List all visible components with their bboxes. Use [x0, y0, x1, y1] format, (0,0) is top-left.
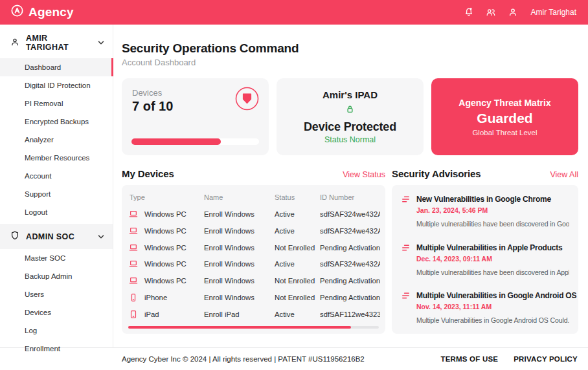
sidebar-item-label: Log: [25, 327, 37, 334]
sidebar-item-backup-admin[interactable]: Backup Admin: [0, 267, 113, 285]
device-type: Windows PC: [144, 277, 187, 285]
laptop-icon: [128, 276, 139, 286]
device-name-cell: Enroll Windows: [204, 260, 275, 268]
sidebar-item-label: Account: [25, 172, 52, 180]
page-title: Security Operations Command: [122, 41, 578, 56]
sidebar-item-member-resources[interactable]: Member Resources: [0, 149, 113, 167]
shield-badge-icon: [235, 87, 259, 113]
sidebar-section-amir-tarighat[interactable]: AMIR TARIGHAT: [0, 27, 113, 58]
device-status-cell: Not Enrolled: [275, 244, 320, 252]
sidebar-item-label: PI Removal: [25, 100, 63, 107]
table-header-row: Type Name Status ID Number: [127, 189, 380, 206]
table-row[interactable]: Windows PC Enroll Windows Not Enrolled P…: [127, 239, 380, 256]
advisories-title: Security Advisories: [392, 168, 481, 179]
users-icon[interactable]: [484, 6, 497, 18]
sidebar-item-label: Dashboard: [25, 63, 61, 71]
terms-of-use-link[interactable]: TERMS OF USE: [440, 355, 498, 363]
notifications-bell-icon[interactable]: [463, 6, 475, 18]
sidebar-item-account[interactable]: Account: [0, 167, 113, 185]
table-row[interactable]: Windows PC Enroll Windows Active sdfSAF3…: [127, 206, 380, 223]
sidebar-item-label: Master SOC: [25, 254, 65, 262]
advisory-date: Dec. 14, 2023, 09:11 AM: [416, 255, 569, 263]
top-bar: Agency Amir Tarighat: [0, 0, 588, 25]
device-status-cell: Not Enrolled: [275, 294, 320, 301]
profile-icon[interactable]: [507, 6, 519, 18]
table-row[interactable]: Windows PC Enroll Windows Active sdfSAF3…: [127, 256, 380, 273]
horizontal-scrollbar[interactable]: [128, 326, 379, 329]
chevron-down-icon: [97, 39, 105, 47]
sidebar-item-digital-id-protection[interactable]: Digital ID Protection: [0, 76, 113, 94]
sidebar-nav-admin: Master SOC Backup Admin Users Devices Lo…: [0, 249, 113, 358]
device-type: iPad: [144, 310, 159, 318]
sidebar-item-devices[interactable]: Devices: [0, 303, 113, 321]
column-header-type: Type: [127, 193, 204, 201]
sidebar-item-analyzer[interactable]: Analyzer: [0, 131, 113, 149]
advisory-item[interactable]: Multiple Vulnerabilities in Apple Produc…: [401, 243, 569, 276]
advisory-item[interactable]: Multiple Vulnerabilities in Google Andro…: [401, 291, 569, 324]
device-name-cell: Enroll iPad: [204, 310, 275, 318]
sidebar-item-pi-removal[interactable]: PI Removal: [0, 94, 113, 113]
devices-progress-fill: [131, 138, 221, 145]
sidebar-item-label: Backup Admin: [25, 272, 73, 280]
smartphone-icon: [128, 292, 139, 303]
scrollbar-thumb[interactable]: [128, 326, 351, 329]
device-id-cell: sdfSAF112we432343y!: [320, 310, 380, 318]
sidebar-item-users[interactable]: Users: [0, 285, 113, 303]
my-devices-title: My Devices: [122, 168, 174, 179]
device-status-title: Device Protected: [304, 120, 396, 134]
device-type: Windows PC: [144, 244, 187, 252]
topbar-actions: Amir Tarighat: [463, 6, 576, 18]
privacy-policy-link[interactable]: PRIVACY POLICY: [514, 355, 578, 363]
sidebar-section-admin-soc[interactable]: ADMIN SOC: [0, 224, 113, 249]
device-id-cell: Pending Activation: [320, 244, 380, 252]
summary-cards: Devices 7 of 10 Amir's IPAD: [122, 78, 578, 155]
sidebar: AMIR TARIGHAT Dashboard Digital ID Prote…: [0, 25, 113, 347]
device-status-cell: Not Enrolled: [275, 277, 320, 285]
device-type: Windows PC: [144, 210, 187, 218]
threat-matrix-card: Agency Threat Matrix Guarded Global Thre…: [431, 78, 578, 155]
device-status-cell: Active: [275, 310, 320, 318]
devices-table: Type Name Status ID Number Windows PC En…: [122, 185, 385, 334]
sidebar-item-label: Encrypted Backups: [25, 118, 89, 125]
column-header-status: Status: [275, 193, 320, 201]
sidebar-item-dashboard[interactable]: Dashboard: [0, 58, 113, 76]
device-name-cell: Enroll Windows: [204, 277, 275, 285]
threat-card-title: Agency Threat Matrix: [458, 98, 550, 108]
advisory-item[interactable]: New Vulnerabilities in Google Chrome Jan…: [401, 195, 569, 228]
device-id-cell: sdfSAF324we432AAA: [320, 210, 380, 218]
advisory-date: Nov. 14, 2023, 11:11 AM: [416, 303, 569, 310]
brand-name: Agency: [28, 5, 74, 19]
sidebar-item-support[interactable]: Support: [0, 185, 113, 203]
device-status-badge: Status Normal: [324, 135, 376, 144]
sidebar-item-label: Logout: [25, 208, 47, 216]
main-content: Security Operations Command Account Dash…: [113, 25, 588, 347]
security-advisories-panel: Security Advisories View All New Vulnera…: [392, 168, 578, 334]
sidebar-item-enrollment[interactable]: Enrollment: [0, 340, 113, 358]
sidebar-item-encrypted-backups[interactable]: Encrypted Backups: [0, 113, 113, 131]
copyright-text: Agency Cyber Inc © 2024 | All rights res…: [122, 355, 365, 363]
user-name[interactable]: Amir Tarighat: [531, 8, 576, 17]
sidebar-section-label: AMIR TARIGHAT: [26, 34, 91, 52]
my-devices-panel: My Devices View Status Type Name Status …: [122, 168, 385, 334]
sidebar-item-label: Digital ID Protection: [25, 82, 91, 89]
advisory-lines-icon: [401, 291, 411, 324]
column-header-id: ID Number: [320, 193, 380, 201]
view-status-link[interactable]: View Status: [343, 170, 385, 179]
device-name-cell: Enroll Windows: [204, 227, 275, 235]
device-type: Windows PC: [144, 227, 187, 235]
tablet-icon: [128, 309, 139, 320]
page-subtitle: Account Dashboard: [122, 58, 578, 67]
sidebar-item-log[interactable]: Log: [0, 321, 113, 340]
device-name-cell: Enroll Windows: [204, 294, 275, 301]
table-row[interactable]: Windows PC Enroll Windows Active sdfSAF3…: [127, 223, 380, 239]
sidebar-item-logout[interactable]: Logout: [0, 203, 113, 221]
table-row[interactable]: iPad Enroll iPad Active sdfSAF112we43234…: [127, 306, 380, 323]
brand[interactable]: Agency: [10, 4, 74, 21]
advisory-title: Multiple Vulnerabilities in Apple Produc…: [416, 243, 569, 252]
view-all-link[interactable]: View All: [550, 170, 578, 179]
device-type: Windows PC: [144, 260, 187, 268]
table-row[interactable]: Windows PC Enroll Windows Not Enrolled P…: [127, 272, 380, 289]
sidebar-item-master-soc[interactable]: Master SOC: [0, 249, 113, 267]
table-row[interactable]: iPhone Enroll Windows Not Enrolled Pendi…: [127, 289, 380, 306]
advisory-date: Jan. 23, 2024, 5:46 PM: [416, 206, 569, 214]
